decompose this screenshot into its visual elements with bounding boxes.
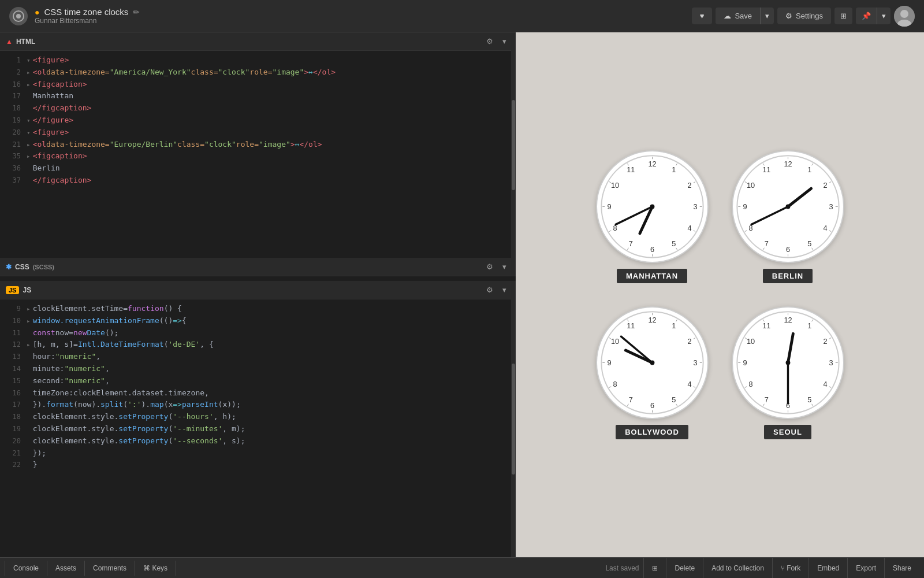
settings-button[interactable]: ⚙ Settings — [777, 8, 831, 24]
css-section-actions: ⚙ ▾ — [483, 261, 510, 272]
js-icon: JS — [6, 286, 19, 294]
html-badge: ▲ HTML — [6, 38, 35, 46]
fold-icon[interactable]: ▸ — [27, 80, 31, 90]
svg-text:7: 7 — [764, 239, 768, 248]
code-line: 17 Manhattan — [0, 90, 516, 102]
svg-text:2: 2 — [687, 181, 691, 190]
pin-icon: 📌 — [862, 12, 871, 20]
js-section-header: JS JS ⚙ ▾ — [0, 281, 516, 299]
line-number: 18 — [5, 412, 21, 423]
svg-text:10: 10 — [610, 337, 619, 346]
fold-icon[interactable]: ▸ — [27, 68, 31, 78]
fold-icon[interactable] — [27, 436, 31, 447]
line-number: 18 — [5, 103, 21, 114]
layout-button[interactable]: ⊞ — [834, 8, 852, 24]
fold-icon[interactable] — [27, 328, 31, 339]
fold-icon[interactable] — [27, 460, 31, 470]
clock-item: 121234567891011MANHATTAN — [596, 150, 709, 283]
css-section-header: ✱ CSS (SCSS) ⚙ ▾ — [0, 258, 516, 276]
css-icon: ✱ — [6, 263, 12, 271]
html-code-area: 1▾<figure>2▸ <ol data-timezone="America/… — [0, 51, 516, 190]
svg-text:3: 3 — [829, 358, 833, 367]
line-number: 9 — [5, 303, 21, 314]
svg-text:1: 1 — [807, 321, 811, 330]
topbar: ● CSS time zone clocks ✏ Gunnar Bittersm… — [0, 0, 924, 32]
pin-button[interactable]: 📌 — [856, 8, 877, 24]
fold-icon[interactable]: ▾ — [27, 55, 31, 66]
export-button[interactable]: Export — [847, 558, 884, 579]
fold-icon[interactable] — [27, 352, 31, 362]
line-number: 10 — [5, 316, 21, 327]
fold-icon[interactable] — [27, 103, 31, 114]
fold-icon[interactable] — [27, 176, 31, 186]
title-area: ● CSS time zone clocks ✏ Gunnar Bittersm… — [35, 7, 692, 25]
fork-button[interactable]: ⑂ Fork — [772, 558, 808, 579]
css-collapse-btn[interactable]: ▾ — [499, 261, 510, 272]
svg-text:9: 9 — [743, 202, 747, 211]
js-collapse-btn[interactable]: ▾ — [499, 284, 510, 295]
heart-button[interactable]: ♥ — [692, 8, 713, 24]
fold-icon[interactable] — [27, 388, 31, 399]
html-settings-btn[interactable]: ⚙ — [483, 36, 497, 47]
line-number: 20 — [5, 436, 21, 447]
fold-icon[interactable]: ▸ — [27, 316, 31, 327]
svg-text:4: 4 — [823, 224, 827, 232]
svg-point-1 — [16, 14, 21, 18]
fold-icon[interactable] — [27, 91, 31, 102]
fold-icon[interactable]: ▸ — [27, 304, 31, 314]
add-to-collection-button[interactable]: Add to Collection — [703, 558, 772, 579]
avatar[interactable] — [894, 6, 915, 27]
fold-icon[interactable] — [27, 376, 31, 387]
embed-button[interactable]: Embed — [808, 558, 847, 579]
pin-dropdown-button[interactable]: ▾ — [877, 8, 891, 24]
code-line: 1▾<figure> — [0, 54, 516, 66]
share-button[interactable]: Share — [884, 558, 919, 579]
code-line: 2▸ <ol data-timezone="America/New_York" … — [0, 66, 516, 79]
js-badge: JS JS — [6, 286, 31, 294]
svg-text:9: 9 — [607, 202, 611, 211]
code-line: 16 timeZone: clockElement.dataset.timezo… — [0, 387, 516, 399]
svg-text:5: 5 — [672, 395, 676, 404]
html-section-actions: ⚙ ▾ — [483, 36, 510, 47]
js-settings-btn[interactable]: ⚙ — [483, 284, 497, 295]
bottom-tab-assets[interactable]: Assets — [47, 561, 85, 576]
project-status-icon: ● — [35, 8, 39, 17]
line-number: 22 — [5, 460, 21, 470]
clock-label: BOLLYWOOD — [616, 425, 688, 439]
svg-text:10: 10 — [746, 337, 754, 346]
expand-button[interactable]: ⊞ — [643, 558, 666, 579]
code-line: 20 clockElement.style.setProperty('--sec… — [0, 435, 516, 447]
fold-icon[interactable]: ▸ — [27, 151, 31, 162]
fold-icon[interactable]: ▸ — [27, 140, 31, 150]
html-collapse-btn[interactable]: ▾ — [499, 36, 510, 47]
code-line: 20▾<figure> — [0, 127, 516, 139]
clock-item: 121234567891011BOLLYWOOD — [596, 306, 709, 439]
fold-icon[interactable] — [27, 424, 31, 435]
fold-icon[interactable] — [27, 364, 31, 375]
fold-icon[interactable] — [27, 164, 31, 174]
gear-icon: ⚙ — [785, 12, 792, 20]
css-settings-btn[interactable]: ⚙ — [483, 261, 497, 272]
clock-face: 121234567891011 — [732, 150, 844, 263]
fold-icon[interactable] — [27, 400, 31, 410]
svg-text:4: 4 — [687, 380, 691, 388]
svg-text:5: 5 — [807, 239, 811, 248]
fold-icon[interactable]: ▾ — [27, 128, 31, 138]
fold-icon[interactable]: ▸ — [27, 340, 31, 350]
save-dropdown-button[interactable]: ▾ — [760, 8, 774, 24]
code-line: 19▾</figure> — [0, 114, 516, 127]
delete-button[interactable]: Delete — [666, 558, 703, 579]
fold-icon[interactable]: ▾ — [27, 116, 31, 126]
code-line: 19 clockElement.style.setProperty('--min… — [0, 423, 516, 435]
clock-label: BERLIN — [763, 269, 813, 283]
bottom-tab-comments[interactable]: Comments — [85, 561, 135, 576]
svg-text:2: 2 — [823, 181, 827, 190]
line-number: 37 — [5, 175, 21, 186]
fold-icon[interactable] — [27, 449, 31, 459]
fold-icon[interactable] — [27, 412, 31, 423]
svg-text:6: 6 — [650, 245, 654, 254]
edit-title-icon[interactable]: ✏ — [133, 8, 140, 17]
save-button[interactable]: ☁ Save — [716, 8, 760, 24]
bottom-tab-keys[interactable]: ⌘ Keys — [135, 561, 176, 576]
bottom-tab-console[interactable]: Console — [5, 561, 47, 576]
